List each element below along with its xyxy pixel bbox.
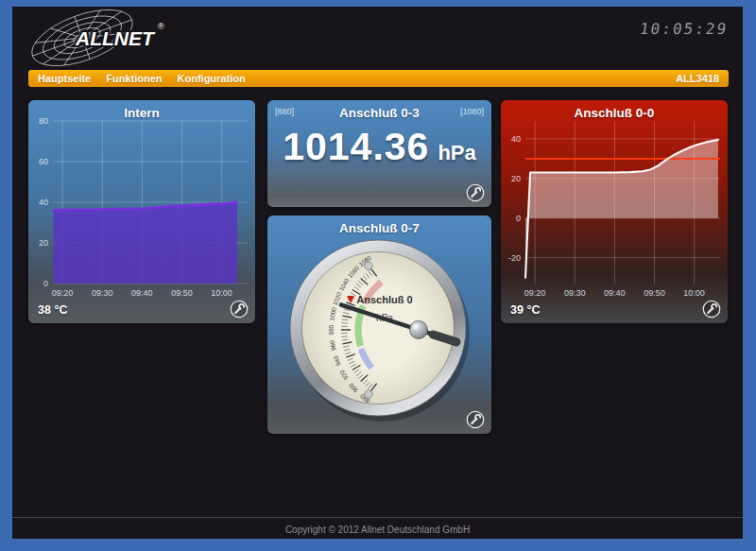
svg-text:20: 20 bbox=[39, 238, 48, 248]
svg-text:-20: -20 bbox=[508, 253, 521, 263]
pressure-value: 1014.36 bbox=[283, 125, 429, 169]
wrench-icon bbox=[703, 301, 719, 317]
browser-viewport: { "clock": { "time": "10:05:29" }, "bran… bbox=[0, 0, 756, 551]
clock-display: 10:05:29 bbox=[639, 20, 730, 38]
settings-wrench-button[interactable] bbox=[466, 410, 485, 429]
panel-anschluss-0-3: [880] Anschluß 0-3 [1080] 1014.36 hPa bbox=[267, 100, 491, 207]
svg-text:40: 40 bbox=[39, 198, 48, 207]
panel-intern: 02040608009:2009:3009:4009:5010:00 Inter… bbox=[28, 100, 255, 323]
svg-text:0: 0 bbox=[516, 214, 521, 223]
svg-text:980: 980 bbox=[328, 324, 335, 335]
svg-text:09:20: 09:20 bbox=[524, 288, 546, 298]
svg-text:09:20: 09:20 bbox=[52, 288, 74, 298]
wrench-icon bbox=[231, 301, 247, 317]
svg-text:60: 60 bbox=[39, 157, 48, 166]
svg-text:40: 40 bbox=[511, 134, 521, 144]
svg-text:Anschluß 0: Anschluß 0 bbox=[356, 294, 412, 305]
svg-text:09:40: 09:40 bbox=[604, 288, 626, 298]
page-frame: ALLNET ® 10:05:29 Hauptseite Funktionen … bbox=[12, 7, 743, 539]
device-model-label: ALL3418 bbox=[676, 73, 719, 84]
port-temperature-chart: -200204009:2009:3009:4009:5010:00 bbox=[501, 100, 728, 323]
intern-temperature-chart: 02040608009:2009:3009:4009:5010:00 bbox=[28, 100, 255, 323]
pressure-unit: hPa bbox=[438, 141, 475, 165]
panel-title: Intern bbox=[28, 100, 255, 120]
svg-text:10:00: 10:00 bbox=[683, 288, 705, 298]
pressure-readout: 1014.36 hPa bbox=[267, 125, 491, 169]
nav-item-konfiguration[interactable]: Konfiguration bbox=[178, 73, 246, 84]
wrench-icon bbox=[467, 411, 483, 427]
main-nav: Hauptseite Funktionen Konfiguration ALL3… bbox=[28, 70, 729, 87]
panel-anschluss-0-0: -200204009:2009:3009:4009:5010:00 Anschl… bbox=[501, 100, 728, 323]
svg-text:09:30: 09:30 bbox=[564, 288, 586, 298]
nav-item-hauptseite[interactable]: Hauptseite bbox=[38, 73, 91, 84]
svg-text:09:50: 09:50 bbox=[171, 288, 193, 298]
settings-wrench-button[interactable] bbox=[702, 300, 721, 319]
pressure-gauge: 88090092094096098010001020104010601080An… bbox=[267, 215, 491, 434]
panel-anschluss-0-7: 88090092094096098010001020104010601080An… bbox=[267, 215, 491, 434]
registered-mark: ® bbox=[158, 22, 164, 31]
current-temperature: 39 °C bbox=[510, 303, 540, 317]
svg-text:10:00: 10:00 bbox=[211, 288, 232, 298]
settings-wrench-button[interactable] bbox=[230, 300, 249, 319]
panel-title: Anschluß 0-3 bbox=[267, 100, 491, 120]
logo-wordmark: ALLNET bbox=[75, 27, 156, 49]
panel-title: Anschluß 0-0 bbox=[501, 100, 728, 120]
panel-title: Anschluß 0-7 bbox=[267, 215, 491, 235]
footer: Copyright © 2012 Allnet Deutschland GmbH bbox=[12, 517, 743, 535]
svg-text:0: 0 bbox=[43, 279, 48, 288]
copyright-text: Copyright © 2012 Allnet Deutschland GmbH bbox=[12, 525, 743, 535]
svg-text:09:40: 09:40 bbox=[131, 288, 153, 298]
allnet-logo: ALLNET ® bbox=[26, 9, 167, 69]
range-max-label: [1080] bbox=[460, 107, 484, 116]
settings-wrench-button[interactable] bbox=[466, 183, 485, 202]
svg-text:09:30: 09:30 bbox=[92, 288, 113, 298]
current-temperature: 38 °C bbox=[38, 303, 67, 317]
svg-text:20: 20 bbox=[511, 174, 521, 183]
nav-item-funktionen[interactable]: Funktionen bbox=[106, 73, 162, 84]
wrench-icon bbox=[467, 184, 483, 200]
svg-text:09:50: 09:50 bbox=[644, 288, 665, 298]
